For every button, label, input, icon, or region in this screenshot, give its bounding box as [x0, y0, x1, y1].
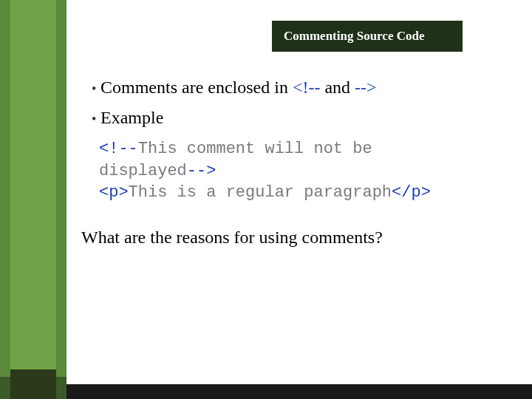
code-token: This comment will not be — [138, 140, 372, 158]
bottom-bar-overlay-2 — [10, 369, 56, 399]
bullet-text: Example — [96, 108, 163, 128]
code-token: <!-- — [99, 140, 138, 158]
code-line: displayed--> — [99, 160, 510, 183]
question-text: What are the reasons for using comments? — [81, 228, 510, 248]
bottom-bar — [0, 384, 532, 399]
bullet-marker: • — [81, 112, 96, 127]
text-fragment: and — [320, 78, 355, 97]
bullet-item: • Comments are enclosed in <!-- and --> — [81, 78, 510, 98]
slide-title: Commenting Source Code — [284, 29, 424, 44]
code-tag-close: --> — [355, 78, 377, 97]
code-tag-open: <!-- — [293, 78, 321, 97]
bullet-item: • Example — [81, 108, 510, 128]
code-token: <p> — [99, 183, 129, 202]
slide-content: • Comments are enclosed in <!-- and --> … — [81, 78, 510, 248]
bullet-text: Comments are enclosed in <!-- and --> — [96, 78, 377, 98]
code-token: displayed — [99, 162, 187, 180]
text-fragment: Comments are enclosed in — [100, 78, 293, 97]
code-example: <!--This comment will not be displayed--… — [99, 138, 510, 204]
slide-title-box: Commenting Source Code — [272, 21, 463, 52]
code-token: </p> — [392, 183, 431, 202]
bullet-marker: • — [81, 81, 96, 97]
code-line: <p>This is a regular paragraph</p> — [99, 182, 510, 204]
code-token: This is a regular paragraph — [129, 183, 392, 202]
sidebar-inner — [10, 0, 56, 399]
code-line: <!--This comment will not be — [99, 138, 510, 160]
code-token: --> — [187, 162, 216, 180]
